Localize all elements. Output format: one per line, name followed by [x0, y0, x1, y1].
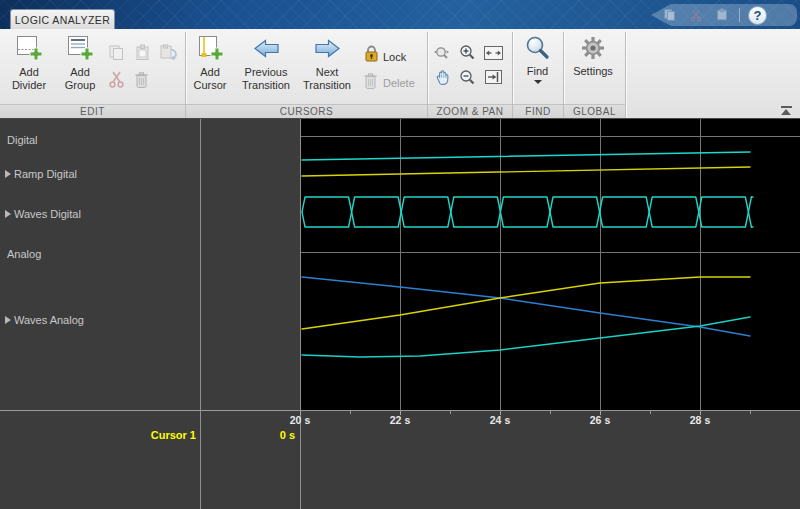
- pan-button[interactable]: [433, 69, 452, 87]
- axis-tick-label: 24 s: [480, 414, 520, 426]
- help-button[interactable]: ?: [748, 6, 767, 25]
- fit-to-view-button[interactable]: [484, 46, 503, 60]
- channel-divider-digital[interactable]: Digital: [7, 133, 38, 146]
- add-divider-icon: [16, 35, 43, 62]
- axis-tick-label: 20 s: [280, 414, 320, 426]
- tab-label: LOGIC ANALYZER: [15, 14, 110, 26]
- paste-special-button[interactable]: [159, 44, 178, 61]
- collapse-toolstrip-button[interactable]: [781, 106, 792, 115]
- channel-group-waves-analog[interactable]: Waves Analog: [5, 313, 84, 326]
- zoom-to-cursor-button[interactable]: [485, 70, 502, 84]
- find-dropdown-caret: [534, 80, 542, 84]
- cut-button[interactable]: [108, 70, 125, 89]
- tab-logic-analyzer[interactable]: LOGIC ANALYZER: [10, 9, 115, 29]
- add-divider-button[interactable]: Add Divider: [3, 35, 55, 92]
- quick-access-separator: [739, 8, 740, 22]
- quick-access-toolbar: ?: [651, 4, 797, 26]
- section-label-find: FIND: [513, 104, 563, 118]
- next-transition-button[interactable]: Next Transition: [295, 35, 359, 92]
- collapse-arrow-icon[interactable]: [5, 170, 11, 178]
- copy-button[interactable]: [108, 44, 125, 61]
- logic-analyzer-window: LOGIC ANALYZER ?: [0, 0, 800, 509]
- zoom-in-x-button[interactable]: [433, 45, 452, 61]
- cursor-name[interactable]: Cursor 1: [100, 429, 196, 442]
- find-button[interactable]: Find: [512, 35, 563, 84]
- waveform-canvas: [300, 119, 800, 410]
- cut-icon[interactable]: [689, 8, 703, 22]
- section-label-global: GLOBAL: [564, 104, 625, 118]
- find-icon: [525, 35, 551, 61]
- channel-group-waves-digital[interactable]: Waves Digital: [5, 207, 81, 220]
- section-label-cursors: CURSORS: [186, 104, 427, 118]
- zoom-out-button[interactable]: [459, 69, 476, 86]
- previous-transition-button[interactable]: Previous Transition: [234, 35, 298, 92]
- add-group-button[interactable]: Add Group: [54, 35, 106, 92]
- channel-divider-analog[interactable]: Analog: [7, 247, 41, 260]
- delete-cursor-label: Delete: [383, 77, 415, 89]
- waveform-area: Digital Ramp Digital Waves Digital Analo…: [0, 119, 800, 509]
- collapse-arrow-icon[interactable]: [5, 316, 11, 324]
- name-value-column-divider[interactable]: [200, 119, 201, 509]
- settings-button[interactable]: Settings: [565, 35, 621, 78]
- section-label-edit: EDIT: [0, 104, 185, 118]
- settings-icon: [580, 35, 606, 61]
- section-separator: [625, 32, 626, 118]
- section-label-zoom-pan: ZOOM & PAN: [428, 104, 512, 118]
- axis-tick-label: 26 s: [580, 414, 620, 426]
- add-cursor-button[interactable]: Add Cursor: [186, 35, 234, 92]
- channel-group-ramp-digital[interactable]: Ramp Digital: [5, 167, 77, 180]
- waveform-plot[interactable]: [300, 119, 800, 410]
- copy-icon[interactable]: [663, 8, 677, 22]
- add-group-icon: [67, 35, 94, 62]
- axis-tick-label: 22 s: [380, 414, 420, 426]
- value-plot-column-divider[interactable]: [300, 119, 301, 509]
- title-bar: LOGIC ANALYZER ?: [0, 0, 800, 29]
- delete-cursor-button[interactable]: [362, 72, 379, 90]
- delete-selection-button[interactable]: [133, 71, 150, 89]
- next-transition-icon: [314, 35, 341, 62]
- lock-label[interactable]: Lock: [383, 51, 406, 63]
- toolstrip: Add Divider Add Group: [0, 29, 800, 119]
- cursor-value[interactable]: 0 s: [200, 429, 295, 442]
- axis-tick-label: 28 s: [680, 414, 720, 426]
- paste-button[interactable]: [134, 44, 151, 61]
- previous-transition-icon: [253, 35, 280, 62]
- zoom-in-button[interactable]: [459, 44, 476, 61]
- add-cursor-icon: [196, 35, 224, 62]
- lock-icon[interactable]: [363, 44, 380, 63]
- paste-icon[interactable]: [715, 8, 729, 22]
- collapse-arrow-icon[interactable]: [5, 210, 11, 218]
